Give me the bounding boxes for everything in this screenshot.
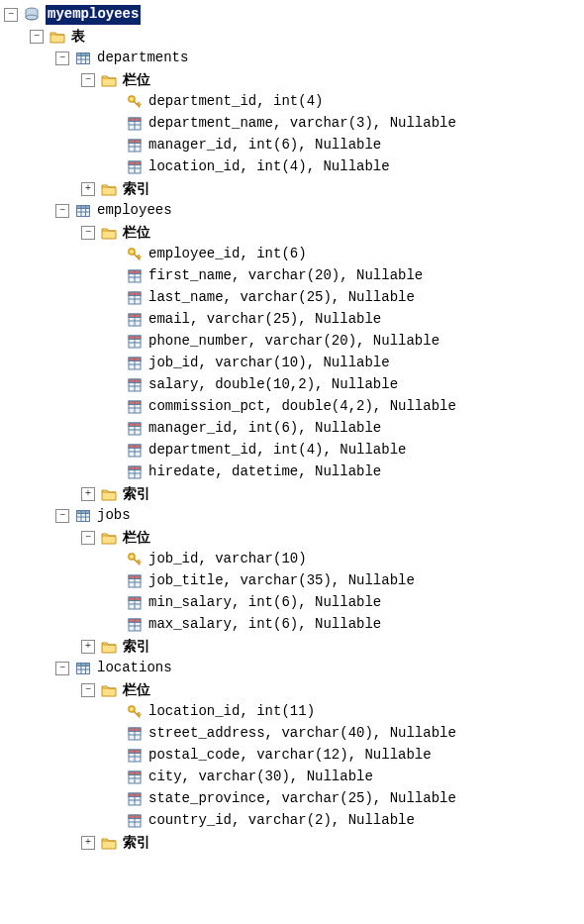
table-icon <box>75 51 91 66</box>
collapse-toggle[interactable]: − <box>30 30 44 44</box>
table-name: departments <box>97 49 188 68</box>
tree-item-columns-folder[interactable]: −栏位 <box>4 222 584 244</box>
tree-item-column[interactable]: postal_code, varchar(12), Nullable <box>4 745 584 767</box>
collapse-toggle[interactable]: − <box>81 226 95 240</box>
column-definition: city, varchar(30), Nullable <box>148 768 373 787</box>
tree-item-table[interactable]: −employees <box>4 200 584 222</box>
tree-item-column[interactable]: email, varchar(25), Nullable <box>4 309 584 331</box>
table-name: employees <box>97 201 172 221</box>
indexes-folder-label: 索引 <box>123 179 150 199</box>
tree-item-column[interactable]: state_province, varchar(25), Nullable <box>4 788 584 810</box>
tree-item-column[interactable]: manager_id, int(6), Nullable <box>4 135 584 156</box>
column-definition: street_address, varchar(40), Nullable <box>148 724 456 744</box>
expand-toggle[interactable]: + <box>81 640 95 654</box>
folder-icon <box>101 682 117 698</box>
table-name: jobs <box>97 506 131 526</box>
tree-item-column[interactable]: hiredate, datetime, Nullable <box>4 462 584 483</box>
column-definition: postal_code, varchar(12), Nullable <box>148 746 432 766</box>
folder-icon <box>101 486 117 502</box>
database-name: myemployees <box>46 5 141 25</box>
column-icon <box>127 116 143 132</box>
collapse-toggle[interactable]: − <box>81 73 95 87</box>
expand-toggle[interactable]: + <box>81 836 95 850</box>
tree-item-indexes-folder[interactable]: +索引 <box>4 483 584 505</box>
tree-item-column[interactable]: last_name, varchar(25), Nullable <box>4 287 584 309</box>
folder-icon <box>101 72 117 88</box>
tree-item-column[interactable]: job_id, varchar(10) <box>4 549 584 570</box>
indexes-folder-label: 索引 <box>123 637 150 657</box>
column-icon <box>127 813 143 829</box>
expand-toggle[interactable]: + <box>81 182 95 196</box>
tree-item-columns-folder[interactable]: −栏位 <box>4 527 584 549</box>
collapse-toggle[interactable]: − <box>55 662 69 675</box>
columns-folder-label: 栏位 <box>123 223 150 243</box>
tree-item-database[interactable]: −myemployees <box>4 4 584 26</box>
tree-item-column[interactable]: first_name, varchar(20), Nullable <box>4 265 584 287</box>
tree-item-column[interactable]: department_id, int(4) <box>4 91 584 113</box>
column-definition: location_id, int(4), Nullable <box>148 157 390 177</box>
tree-item-column[interactable]: min_salary, int(6), Nullable <box>4 592 584 614</box>
tree-item-column[interactable]: country_id, varchar(2), Nullable <box>4 810 584 832</box>
tree-item-column[interactable]: job_title, varchar(35), Nullable <box>4 570 584 592</box>
column-definition: hiredate, datetime, Nullable <box>148 462 381 482</box>
columns-folder-label: 栏位 <box>123 70 150 90</box>
column-icon <box>127 443 143 459</box>
collapse-toggle[interactable]: − <box>55 51 69 65</box>
column-definition: job_id, varchar(10) <box>148 550 307 569</box>
tables-folder-label: 表 <box>71 27 85 47</box>
tree-item-column[interactable]: salary, double(10,2), Nullable <box>4 374 584 396</box>
table-icon <box>75 203 91 219</box>
folder-icon <box>49 29 65 45</box>
column-icon <box>127 377 143 393</box>
tree-item-columns-folder[interactable]: −栏位 <box>4 69 584 91</box>
tree-item-column[interactable]: street_address, varchar(40), Nullable <box>4 723 584 745</box>
column-definition: job_id, varchar(10), Nullable <box>148 354 390 373</box>
tree-item-table[interactable]: −jobs <box>4 505 584 527</box>
column-icon <box>127 356 143 371</box>
tree-item-indexes-folder[interactable]: +索引 <box>4 636 584 658</box>
tree-item-column[interactable]: department_id, int(4), Nullable <box>4 440 584 462</box>
tree-item-column[interactable]: employee_id, int(6) <box>4 244 584 265</box>
tree-item-column[interactable]: max_salary, int(6), Nullable <box>4 614 584 636</box>
collapse-toggle[interactable]: − <box>4 8 18 22</box>
column-definition: max_salary, int(6), Nullable <box>148 615 381 635</box>
collapse-toggle[interactable]: − <box>81 683 95 697</box>
tree-item-column[interactable]: manager_id, int(6), Nullable <box>4 418 584 440</box>
expand-toggle[interactable]: + <box>81 487 95 501</box>
collapse-toggle[interactable]: − <box>55 509 69 523</box>
primary-key-icon <box>127 704 143 720</box>
column-definition: state_province, varchar(25), Nullable <box>148 789 456 809</box>
tree-item-column[interactable]: city, varchar(30), Nullable <box>4 767 584 788</box>
tree-item-columns-folder[interactable]: −栏位 <box>4 679 584 701</box>
folder-icon <box>101 225 117 241</box>
column-icon <box>127 617 143 633</box>
database-icon <box>24 7 40 23</box>
column-icon <box>127 770 143 785</box>
column-definition: country_id, varchar(2), Nullable <box>148 811 415 831</box>
column-icon <box>127 159 143 175</box>
tree-item-column[interactable]: job_id, varchar(10), Nullable <box>4 353 584 374</box>
column-icon <box>127 573 143 589</box>
tree-item-column[interactable]: department_name, varchar(3), Nullable <box>4 113 584 135</box>
column-icon <box>127 399 143 415</box>
tree-item-column[interactable]: location_id, int(4), Nullable <box>4 156 584 178</box>
column-icon <box>127 312 143 328</box>
column-icon <box>127 595 143 611</box>
tree-item-indexes-folder[interactable]: +索引 <box>4 178 584 200</box>
tree-item-column[interactable]: phone_number, varchar(20), Nullable <box>4 331 584 353</box>
tree-item-column[interactable]: location_id, int(11) <box>4 701 584 723</box>
tree-item-indexes-folder[interactable]: +索引 <box>4 832 584 854</box>
collapse-toggle[interactable]: − <box>55 204 69 218</box>
schema-tree: −myemployees−表−departments−栏位department_… <box>4 4 584 854</box>
tree-item-tables-folder[interactable]: −表 <box>4 26 584 48</box>
indexes-folder-label: 索引 <box>123 833 150 853</box>
tree-item-column[interactable]: commission_pct, double(4,2), Nullable <box>4 396 584 418</box>
column-icon <box>127 334 143 350</box>
column-definition: job_title, varchar(35), Nullable <box>148 571 415 591</box>
table-icon <box>75 508 91 524</box>
column-icon <box>127 268 143 284</box>
folder-icon <box>101 835 117 851</box>
tree-item-table[interactable]: −locations <box>4 658 584 679</box>
collapse-toggle[interactable]: − <box>81 531 95 545</box>
tree-item-table[interactable]: −departments <box>4 48 584 69</box>
